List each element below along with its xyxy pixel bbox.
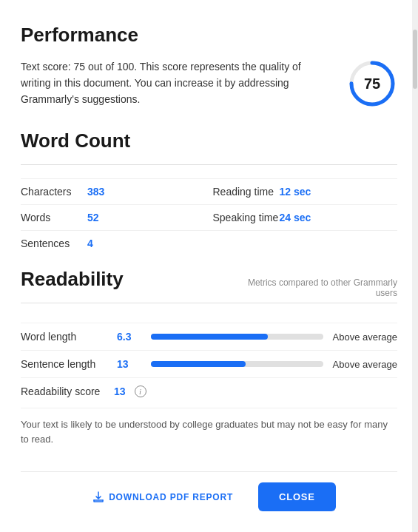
reading-time-cell: Reading time 12 sec [206, 179, 398, 204]
word-count-table: Characters 383 Reading time 12 sec Words… [21, 178, 397, 256]
footer: DOWNLOAD PDF REPORT CLOSE [21, 471, 397, 511]
readability-score-value: 13 [114, 385, 126, 397]
download-pdf-button[interactable]: DOWNLOAD PDF REPORT [82, 484, 243, 511]
score-value: 75 [364, 75, 380, 92]
sentence-length-value: 13 [117, 358, 144, 370]
word-count-title: Word Count [21, 129, 397, 152]
reading-time-value: 12 sec [280, 186, 311, 198]
word-count-divider [21, 164, 397, 165]
download-label: DOWNLOAD PDF REPORT [109, 492, 233, 502]
performance-description: Text score: 75 out of 100. This score re… [21, 59, 302, 107]
characters-cell: Characters 383 [21, 179, 206, 204]
word-length-value: 6.3 [117, 331, 144, 343]
speaking-time-label: Speaking time [213, 212, 280, 223]
readability-title: Readability [21, 268, 124, 291]
reading-time-label: Reading time [213, 186, 280, 198]
sentence-length-bar [151, 361, 246, 367]
performance-body: Text score: 75 out of 100. This score re… [21, 58, 397, 109]
readability-subtitle: Metrics compared to other Grammarly user… [235, 277, 397, 298]
readability-score-label: Readability score [21, 385, 109, 397]
download-icon [92, 491, 104, 503]
readability-description: Your text is likely to be understood by … [21, 408, 397, 446]
words-label: Words [21, 212, 87, 223]
performance-title: Performance [21, 24, 397, 47]
close-button[interactable]: CLOSE [258, 482, 336, 511]
sentences-label: Sentences [21, 238, 87, 249]
word-length-label: Word length [21, 331, 109, 343]
characters-label: Characters [21, 186, 87, 198]
readability-header: Readability Metrics compared to other Gr… [21, 268, 397, 298]
info-icon[interactable]: i [135, 385, 146, 397]
sentence-length-bar-container [151, 361, 323, 367]
sentence-length-row: Sentence length 13 Above average [21, 350, 397, 377]
score-circle: 75 [347, 58, 397, 109]
sentence-length-label: Sentence length [21, 358, 109, 370]
characters-value: 383 [87, 186, 104, 198]
word-length-status: Above average [331, 331, 397, 343]
wc-row-1: Characters 383 Reading time 12 sec [21, 178, 397, 204]
readability-rows: Word length 6.3 Above average Sentence l… [21, 323, 397, 405]
performance-panel: Performance Text score: 75 out of 100. T… [0, 0, 418, 532]
speaking-time-cell: Speaking time 24 sec [206, 205, 398, 230]
word-length-bar-container [151, 334, 323, 340]
word-length-row: Word length 6.3 Above average [21, 323, 397, 350]
speaking-time-value: 24 sec [280, 212, 311, 223]
wc-row-3: Sentences 4 [21, 230, 397, 256]
readability-divider [21, 303, 397, 303]
scrollbar-thumb [413, 30, 417, 89]
sentence-length-status: Above average [331, 359, 397, 370]
wc-row-2: Words 52 Speaking time 24 sec [21, 204, 397, 230]
scrollbar[interactable] [412, 0, 418, 532]
words-value: 52 [87, 212, 99, 223]
words-cell: Words 52 [21, 205, 206, 230]
word-length-bar [151, 334, 268, 340]
readability-score-row: Readability score 13 i [21, 377, 397, 405]
sentences-value: 4 [87, 238, 93, 249]
